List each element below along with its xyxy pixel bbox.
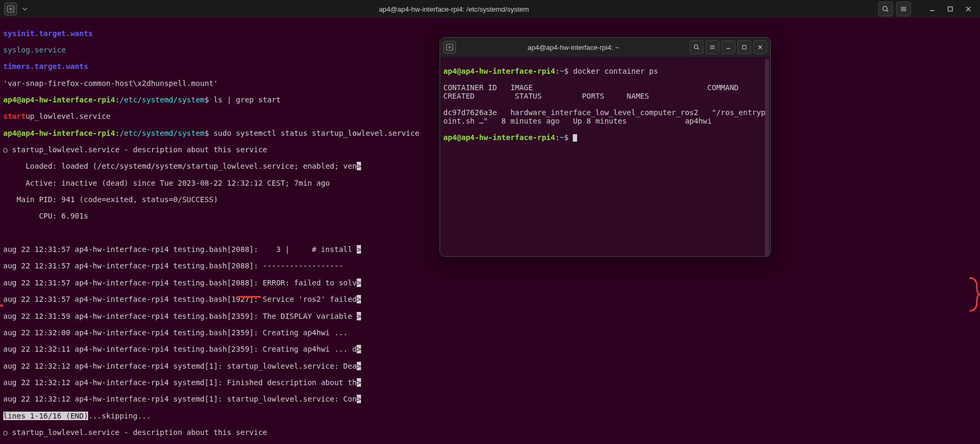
minimize-button[interactable]	[925, 2, 940, 16]
svg-rect-21	[743, 46, 746, 49]
prompt-path: /etc/systemd/system	[119, 129, 204, 137]
truncation-indicator: >	[357, 362, 361, 370]
secondary-window-title: ap4@ap4-hw-interface-rpi4: ~	[459, 43, 687, 51]
secondary-terminal-window[interactable]: ap4@ap4-hw-interface-rpi4: ~ ap4@ap4-hw-…	[440, 37, 771, 257]
svg-line-16	[698, 48, 699, 50]
file-listing: 'var-snap-firefox-common-host\x2dhunspel…	[3, 79, 218, 88]
docker-ps-header: CONTAINER ID IMAGE COMMAND CREATED STATU…	[443, 83, 771, 100]
svg-line-4	[887, 10, 888, 12]
secondary-terminal[interactable]: ap4@ap4-hw-interface-rpi4:~$ docker cont…	[440, 57, 770, 161]
truncation-indicator: >	[357, 245, 361, 254]
truncation-indicator: >	[357, 345, 361, 353]
secondary-window-titlebar: ap4@ap4-hw-interface-rpi4: ~	[440, 38, 770, 57]
command: $ sudo systemctl status startup_lowlevel…	[204, 129, 419, 137]
prompt-path: /etc/systemd/system	[119, 95, 204, 104]
command: $ ls | grep start	[204, 95, 280, 104]
maximize-button[interactable]	[943, 2, 958, 16]
dir-listing: timers.target.wants	[3, 62, 88, 71]
new-tab-button[interactable]	[4, 3, 17, 15]
pager-status: lines 1-16/16 (END)	[3, 412, 88, 420]
cursor-icon	[573, 134, 577, 142]
prompt-user: ap4@ap4-hw-interface-rpi4	[443, 133, 555, 142]
grep-match: start	[3, 112, 25, 120]
search-button[interactable]	[878, 2, 893, 16]
truncation-indicator: >	[357, 395, 361, 403]
prompt-path: ~	[560, 67, 564, 75]
dir-listing: sysinit.target.wants	[3, 29, 93, 38]
hamburger-menu-button[interactable]	[896, 2, 911, 16]
svg-point-3	[883, 6, 887, 11]
main-window-title: ap4@ap4-hw-interface-rpi4: /etc/systemd/…	[33, 5, 875, 13]
annotation-marker-orej	[0, 304, 3, 307]
truncation-indicator: >	[357, 278, 361, 287]
docker-ps-row: dc97d7626a3e hardware_interface_low_leve…	[443, 108, 766, 125]
close-button[interactable]	[961, 2, 976, 16]
truncation-indicator: >	[357, 312, 361, 320]
tab-dropdown-button[interactable]	[20, 3, 30, 15]
status-circle-icon: ○	[3, 428, 12, 437]
annotation-bracket-right	[969, 276, 980, 313]
prompt-user: ap4@ap4-hw-interface-rpi4	[443, 67, 555, 75]
truncation-indicator: >	[357, 162, 361, 170]
prompt-path: ~	[560, 133, 564, 142]
status-circle-icon: ○	[3, 145, 12, 154]
truncation-indicator: >	[357, 378, 361, 387]
command: $ docker container ps	[564, 67, 658, 75]
truncation-indicator: >	[357, 295, 361, 303]
search-button[interactable]	[690, 40, 703, 54]
annotation-underline-error	[238, 296, 261, 298]
prompt-user: ap4@ap4-hw-interface-rpi4	[3, 95, 115, 104]
file-listing: syslog.service	[3, 46, 66, 54]
close-button[interactable]	[753, 40, 767, 54]
maximize-button[interactable]	[737, 40, 751, 54]
svg-rect-9	[948, 7, 952, 11]
minimize-button[interactable]	[721, 40, 735, 54]
prompt-user: ap4@ap4-hw-interface-rpi4	[3, 129, 115, 137]
new-tab-button[interactable]	[443, 41, 456, 54]
scrollbar[interactable]	[765, 59, 769, 257]
hamburger-menu-button[interactable]	[706, 40, 719, 54]
main-window-titlebar: ap4@ap4-hw-interface-rpi4: /etc/systemd/…	[0, 0, 980, 18]
svg-point-15	[694, 45, 698, 49]
